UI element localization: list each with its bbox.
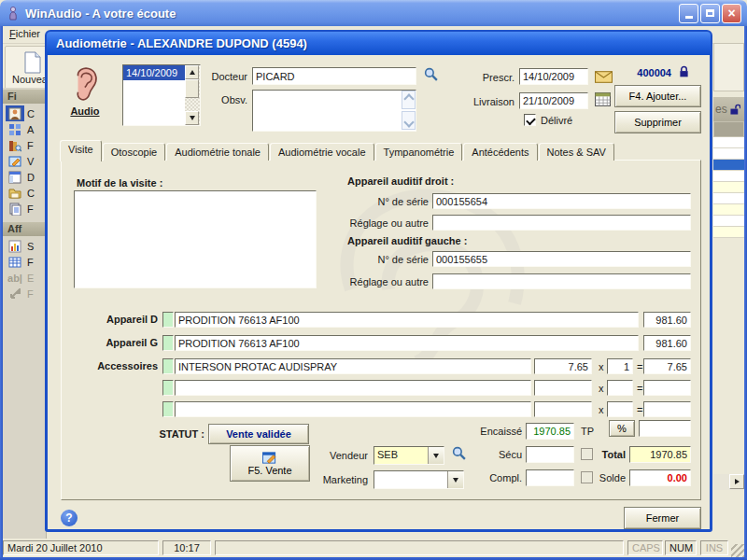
- solde-input[interactable]: [629, 469, 691, 486]
- compl-label: Compl.: [463, 472, 522, 483]
- marketing-combo[interactable]: [374, 470, 464, 489]
- accessoire-2-qty[interactable]: [607, 380, 633, 396]
- obsv-scroll-up[interactable]: [402, 91, 416, 109]
- accessoire-3-price[interactable]: [534, 401, 592, 417]
- status-num: NUM: [665, 540, 697, 555]
- help-icon[interactable]: ?: [61, 510, 78, 526]
- tab-otoscopie[interactable]: Otoscopie: [103, 143, 166, 161]
- appareil-g-price[interactable]: [643, 335, 691, 351]
- equals-sign: =: [637, 361, 642, 372]
- accessoire-3-status-square[interactable]: [162, 401, 174, 417]
- audio-section[interactable]: Audio: [64, 66, 106, 117]
- ajouter-button[interactable]: F4. Ajouter...: [614, 85, 701, 107]
- accessoire-1-price[interactable]: [534, 358, 592, 374]
- supprimer-button[interactable]: Supprimer: [614, 111, 701, 133]
- accessoire-3-total[interactable]: [643, 401, 691, 417]
- livraison-input[interactable]: [519, 92, 588, 109]
- table-row[interactable]: [713, 216, 744, 227]
- table-row[interactable]: [713, 227, 744, 238]
- percent-button[interactable]: %: [609, 420, 635, 437]
- scroll-down-button[interactable]: [185, 111, 199, 125]
- scrollbar-thumb[interactable]: [185, 79, 199, 98]
- sidebar-section-affichage: Aff: [3, 222, 46, 236]
- window-border-left: [0, 26, 3, 560]
- resize-grip[interactable]: [731, 544, 744, 557]
- sidebar-item-2[interactable]: A: [3, 121, 46, 137]
- accessoire-2-total[interactable]: [643, 380, 691, 396]
- gauche-reglage-input[interactable]: [432, 273, 691, 289]
- table-row[interactable]: [713, 193, 744, 204]
- menu-fichier[interactable]: Fichier: [3, 26, 47, 41]
- statut-button[interactable]: Vente validée: [208, 424, 309, 444]
- table-row-selected[interactable]: [713, 160, 744, 171]
- table-row[interactable]: [713, 182, 744, 193]
- calendar-icon[interactable]: [595, 92, 611, 106]
- background-panel: es: [713, 43, 744, 539]
- appareil-d-input[interactable]: [175, 312, 639, 328]
- fermer-button[interactable]: Fermer: [624, 507, 701, 529]
- visit-date-item-selected[interactable]: 14/10/2009: [123, 65, 185, 80]
- compl-input[interactable]: [526, 469, 574, 486]
- scroll-right-button[interactable]: [729, 474, 744, 489]
- accessoire-1-status-square[interactable]: [162, 358, 174, 374]
- sidebar-item-3[interactable]: F: [3, 137, 46, 153]
- percent-input[interactable]: [639, 420, 691, 437]
- appareil-d-price[interactable]: [643, 312, 691, 328]
- tab-visite[interactable]: Visite: [60, 140, 102, 161]
- appareil-d-status-square[interactable]: [162, 312, 174, 328]
- times-sign: x: [599, 383, 604, 394]
- obsv-textarea[interactable]: [252, 90, 416, 132]
- marketing-dropdown-button[interactable]: [447, 471, 463, 488]
- obsv-scroll-down[interactable]: [402, 111, 416, 130]
- table-row[interactable]: [713, 148, 744, 160]
- vente-button[interactable]: F5. Vente: [230, 445, 310, 482]
- encaisse-input[interactable]: [526, 423, 574, 440]
- vendeur-dropdown-button[interactable]: [428, 447, 444, 464]
- motif-textarea[interactable]: [74, 190, 317, 288]
- minimize-button[interactable]: [679, 4, 698, 23]
- accessoire-2-input[interactable]: [175, 380, 531, 396]
- search-icon[interactable]: [423, 66, 439, 82]
- accessoire-1-input[interactable]: [175, 358, 531, 374]
- droit-serie-input[interactable]: [432, 193, 691, 209]
- gauche-serie-input[interactable]: [432, 251, 691, 267]
- accessoire-2-price[interactable]: [534, 380, 592, 396]
- vendeur-combo[interactable]: SEB: [374, 446, 444, 465]
- table-row[interactable]: [713, 204, 744, 216]
- prescr-input[interactable]: [519, 68, 588, 85]
- sidebar-item-5[interactable]: D: [3, 169, 46, 185]
- accessoire-1-total[interactable]: [643, 358, 691, 374]
- tab-audiometrie-vocale[interactable]: Audiométrie vocale: [270, 143, 374, 161]
- secu-input[interactable]: [526, 446, 574, 463]
- sidebar-item-table[interactable]: F: [3, 254, 46, 270]
- close-button[interactable]: ×: [722, 4, 741, 23]
- docteur-input[interactable]: [252, 67, 416, 85]
- obsv-label: Obsv.: [204, 94, 247, 105]
- tab-antecedents[interactable]: Antécédents: [463, 143, 537, 161]
- sidebar-item-4[interactable]: V: [3, 153, 46, 169]
- total-input[interactable]: [629, 446, 691, 463]
- maximize-button[interactable]: [700, 4, 720, 23]
- accessoire-3-qty[interactable]: [607, 401, 633, 417]
- accessoire-3-input[interactable]: [175, 401, 531, 417]
- accessoire-1-qty[interactable]: [607, 358, 633, 374]
- sidebar-item-stats[interactable]: S: [3, 238, 46, 254]
- tab-tympanometrie[interactable]: Tympanométrie: [375, 143, 463, 161]
- sidebar-item-7[interactable]: F: [3, 201, 46, 217]
- tab-audiometrie-tonale[interactable]: Audiométrie tonale: [166, 143, 269, 161]
- table-row[interactable]: [713, 137, 744, 148]
- appareil-g-status-square[interactable]: [162, 335, 174, 351]
- sidebar-item-clients[interactable]: C: [3, 105, 46, 121]
- audio-label[interactable]: Audio: [64, 105, 106, 117]
- delivre-checkbox[interactable]: [524, 114, 536, 126]
- tab-notes-sav[interactable]: Notes & SAV: [539, 143, 614, 161]
- window-title: WinAudio - A votre écoute: [25, 7, 677, 21]
- mail-icon[interactable]: [595, 71, 613, 83]
- appareil-g-input[interactable]: [175, 335, 639, 351]
- table-row[interactable]: [713, 171, 744, 182]
- droit-reglage-input[interactable]: [432, 215, 691, 231]
- sidebar-item-6[interactable]: C: [3, 185, 46, 201]
- horizontal-scrollbar[interactable]: [713, 474, 744, 490]
- accessoire-2-status-square[interactable]: [162, 380, 174, 396]
- appareil-d-label: Appareil D: [62, 314, 158, 325]
